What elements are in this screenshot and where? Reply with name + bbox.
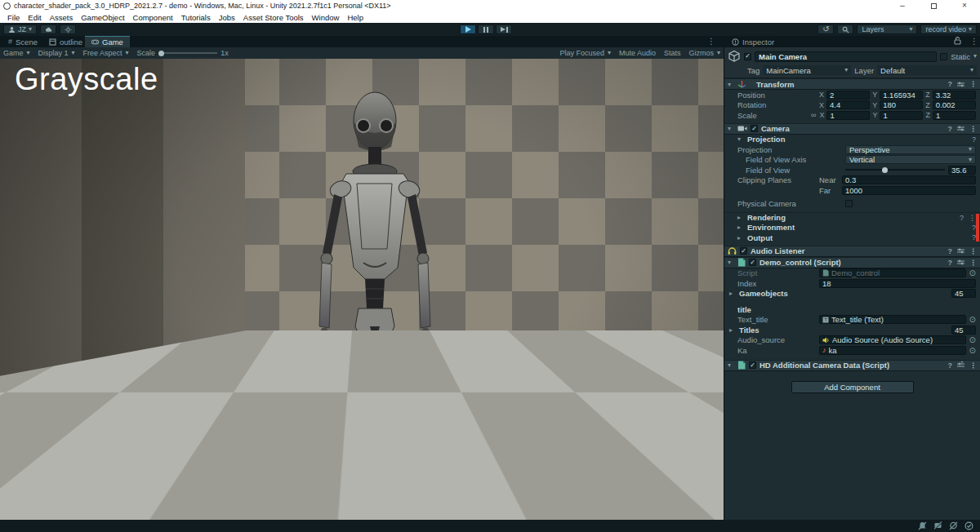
gizmos-dropdown[interactable]: Gizmos ▾ bbox=[688, 49, 720, 57]
tab-outline[interactable]: outline bbox=[42, 36, 89, 47]
projection-dropdown[interactable]: Perspective ▾ bbox=[845, 145, 976, 154]
game-view-dropdown[interactable]: Game ▾ bbox=[3, 49, 30, 57]
titles-foldout[interactable]: ▸ Titles 45 bbox=[724, 325, 980, 335]
game-panel-menu-icon[interactable]: ⋮ bbox=[707, 37, 715, 46]
camera-enabled-checkbox[interactable]: ✓ bbox=[751, 125, 758, 132]
projection-group-row[interactable]: ▾ Projection ? bbox=[724, 135, 980, 145]
fov-axis-dropdown[interactable]: Vertical ▾ bbox=[845, 155, 976, 164]
scale-slider-knob[interactable] bbox=[158, 51, 164, 56]
menu-help[interactable]: Help bbox=[343, 11, 368, 23]
menu-file[interactable]: File bbox=[3, 11, 24, 23]
play-focused-dropdown[interactable]: Play Focused ▾ bbox=[559, 49, 611, 57]
console-log-muted-icon[interactable] bbox=[949, 521, 958, 530]
fov-slider[interactable] bbox=[845, 169, 945, 171]
aspect-dropdown[interactable]: Free Aspect ▾ bbox=[83, 49, 129, 57]
inspector-panel-menu-icon[interactable]: ⋮ bbox=[970, 37, 978, 46]
presets-icon[interactable] bbox=[957, 361, 964, 369]
active-checkbox[interactable]: ✓ bbox=[744, 53, 751, 60]
tab-game[interactable]: Game bbox=[85, 36, 130, 47]
layers-dropdown[interactable]: Layers ▾ bbox=[857, 24, 917, 34]
presets-icon[interactable] bbox=[957, 81, 964, 88]
hd-camera-data-checkbox[interactable]: ✓ bbox=[749, 361, 756, 369]
gameobjects-count-field[interactable]: 45 bbox=[951, 289, 976, 298]
object-picker-icon[interactable]: ⊙ bbox=[969, 315, 976, 324]
output-foldout[interactable]: ▸ Output ? bbox=[724, 233, 980, 243]
next-shader-button[interactable] bbox=[640, 493, 652, 511]
fov-slider-knob[interactable] bbox=[882, 167, 888, 173]
settings-button[interactable] bbox=[60, 24, 76, 34]
restore-button[interactable] bbox=[918, 0, 949, 11]
demo-control-checkbox[interactable]: ✓ bbox=[749, 259, 756, 266]
audio-source-object-field[interactable]: Audio Source (Audio Source) bbox=[819, 335, 966, 344]
tag-dropdown[interactable]: MainCamera ▾ bbox=[763, 65, 851, 75]
rotation-x-field[interactable]: 4.4 bbox=[826, 100, 870, 109]
ka-object-field[interactable]: ♪ ka bbox=[819, 346, 966, 355]
object-picker-icon[interactable]: ⊙ bbox=[969, 268, 976, 277]
position-x-field[interactable]: 2 bbox=[826, 91, 870, 100]
clip-near-field[interactable]: 0.3 bbox=[842, 175, 976, 184]
mute-audio-toggle[interactable]: Mute Audio bbox=[619, 49, 656, 57]
static-dropdown-icon[interactable]: ▾ bbox=[973, 53, 977, 60]
tab-inspector[interactable]: Inspector bbox=[725, 36, 781, 47]
text-title-object-field[interactable]: T Text_title (Text) bbox=[819, 315, 966, 324]
hd-camera-data-header[interactable]: ▾ ✓ HD Additional Camera Data (Script) ?… bbox=[724, 360, 980, 371]
titles-count-field[interactable]: 45 bbox=[951, 326, 976, 335]
presets-icon[interactable] bbox=[957, 125, 964, 132]
display-dropdown[interactable]: Display 1 ▾ bbox=[38, 49, 75, 57]
console-warning-muted-icon[interactable] bbox=[933, 521, 942, 530]
gameobjects-foldout[interactable]: ▸ Gameobjects 45 bbox=[724, 289, 980, 299]
previous-shader-button[interactable] bbox=[622, 493, 634, 511]
undo-history-button[interactable]: ↺ bbox=[817, 24, 834, 34]
index-field[interactable]: 18 bbox=[819, 279, 976, 288]
menu-component[interactable]: Component bbox=[129, 11, 177, 23]
step-button[interactable] bbox=[496, 24, 512, 34]
more-icon[interactable]: ⋮ bbox=[969, 80, 977, 88]
physical-camera-checkbox[interactable] bbox=[845, 200, 853, 207]
menu-tutorials[interactable]: Tutorials bbox=[177, 11, 215, 23]
menu-window[interactable]: Window bbox=[308, 11, 344, 23]
object-picker-icon[interactable]: ⊙ bbox=[969, 346, 976, 355]
add-component-button[interactable]: Add Component bbox=[791, 381, 914, 393]
gameobject-name-field[interactable]: Main Camera bbox=[755, 51, 937, 62]
foldout-icon[interactable]: ▾ bbox=[728, 81, 734, 88]
console-error-muted-icon[interactable] bbox=[918, 521, 927, 530]
scale-y-field[interactable]: 1 bbox=[880, 111, 923, 120]
rotation-z-field[interactable]: 0.002 bbox=[933, 100, 976, 109]
menu-assets[interactable]: Assets bbox=[46, 11, 78, 23]
rotation-y-field[interactable]: 180 bbox=[880, 100, 923, 109]
play-button[interactable] bbox=[460, 24, 476, 34]
account-dropdown[interactable]: JZ ▾ bbox=[3, 24, 37, 34]
minimize-button[interactable]: – bbox=[887, 0, 918, 11]
position-y-field[interactable]: 1.165934 bbox=[880, 91, 923, 100]
clip-far-field[interactable]: 1000 bbox=[842, 186, 976, 195]
status-ok-icon[interactable] bbox=[964, 521, 973, 530]
demo-control-header[interactable]: ▾ ✓ Demo_control (Script) ? ⋮ bbox=[724, 257, 980, 268]
rendering-foldout[interactable]: ▸ Rendering ?⋮ bbox=[724, 212, 980, 223]
layout-dropdown[interactable]: record video ▾ bbox=[920, 24, 977, 34]
pause-button[interactable] bbox=[478, 24, 494, 34]
transform-component-header[interactable]: ▾ Transform ? ⋮ bbox=[724, 78, 980, 90]
position-z-field[interactable]: 3.32 bbox=[933, 91, 976, 100]
link-scale-icon[interactable]: ∞ bbox=[811, 111, 816, 119]
eye-closed-button[interactable] bbox=[3, 493, 33, 514]
menu-asset-store-tools[interactable]: Asset Store Tools bbox=[239, 11, 308, 23]
fov-value-field[interactable]: 35.6 bbox=[948, 166, 976, 175]
menu-edit[interactable]: Edit bbox=[24, 11, 45, 23]
cloud-services-button[interactable] bbox=[40, 24, 56, 34]
inspector-lock-icon[interactable] bbox=[954, 37, 961, 45]
camera-component-header[interactable]: ▾ ✓ Camera ? ⋮ bbox=[724, 123, 980, 135]
layer-dropdown[interactable]: Default ▾ bbox=[877, 65, 977, 75]
eye-open-button[interactable] bbox=[5, 463, 31, 488]
menu-jobs[interactable]: Jobs bbox=[215, 11, 239, 23]
scale-z-field[interactable]: 1 bbox=[933, 111, 976, 120]
close-button[interactable]: × bbox=[949, 0, 980, 11]
audio-listener-checkbox[interactable]: ✓ bbox=[740, 247, 747, 255]
object-picker-icon[interactable]: ⊙ bbox=[969, 335, 976, 344]
stats-toggle[interactable]: Stats bbox=[664, 49, 681, 57]
search-button[interactable] bbox=[837, 24, 853, 34]
environment-foldout[interactable]: ▸ Environment ? bbox=[724, 223, 980, 233]
scale-slider[interactable] bbox=[158, 52, 217, 54]
scale-x-field[interactable]: 1 bbox=[826, 111, 870, 120]
presets-icon[interactable] bbox=[957, 247, 964, 255]
help-icon[interactable]: ? bbox=[948, 80, 953, 88]
